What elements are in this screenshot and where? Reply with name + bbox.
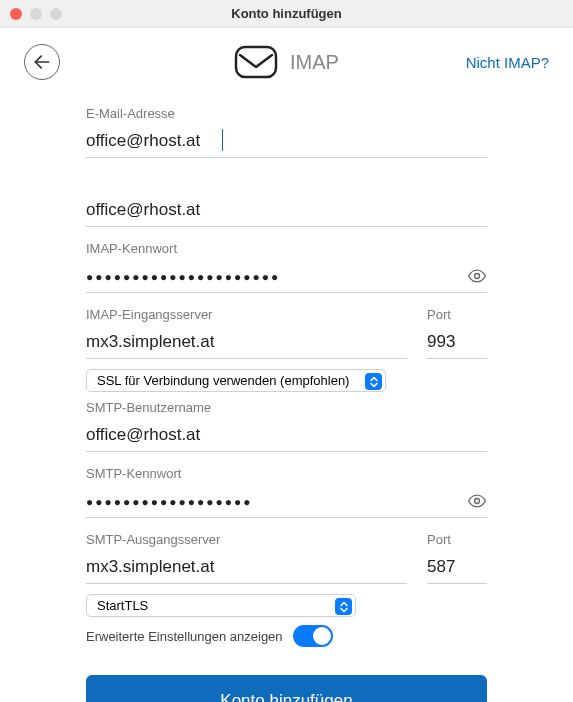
imap-password-input[interactable]: ●●●●●●●●●●●●●●●●●●●●●	[86, 260, 487, 293]
select-caret	[335, 598, 352, 615]
smtp-server-row: SMTP-Ausgangsserver Port	[86, 532, 487, 584]
imap-port-input[interactable]	[427, 326, 487, 359]
traffic-lights	[0, 8, 62, 20]
svg-rect-1	[236, 47, 276, 77]
add-account-button[interactable]: Konto hinzufügen	[86, 675, 487, 702]
imap-ssl-selected: SSL für Verbindung verwenden (empfohlen)	[97, 373, 349, 388]
imap-server-input[interactable]	[86, 326, 407, 359]
close-window-button[interactable]	[10, 8, 22, 20]
chevron-up-down-icon	[369, 376, 379, 388]
smtp-server-label: SMTP-Ausgangsserver	[86, 532, 407, 547]
smtp-password-label: SMTP-Kennwort	[86, 466, 487, 481]
svg-point-3	[475, 499, 480, 504]
show-imap-password-button[interactable]	[467, 266, 487, 290]
smtp-tls-select-row: StartTLS	[86, 594, 487, 617]
form: E-Mail-Adresse office@rhost.at IMAP-Kenn…	[0, 106, 573, 702]
advanced-toggle[interactable]	[293, 625, 333, 647]
email-label: E-Mail-Adresse	[86, 106, 487, 121]
protocol-label: IMAP	[290, 51, 339, 74]
mail-icon	[234, 45, 278, 79]
zoom-window-button[interactable]	[50, 8, 62, 20]
toggle-knob	[313, 627, 331, 645]
smtp-user-input[interactable]	[86, 419, 487, 452]
smtp-port-input[interactable]	[427, 551, 487, 584]
username-input[interactable]: office@rhost.at	[86, 194, 487, 227]
imap-ssl-select[interactable]: SSL für Verbindung verwenden (empfohlen)	[86, 369, 386, 392]
window-title: Konto hinzufügen	[0, 6, 573, 21]
imap-server-row: IMAP-Eingangsserver Port	[86, 307, 487, 359]
email-field-group: E-Mail-Adresse	[86, 106, 487, 158]
header-row: IMAP Nicht IMAP?	[0, 28, 573, 92]
imap-server-label: IMAP-Eingangsserver	[86, 307, 407, 322]
titlebar: Konto hinzufügen	[0, 0, 573, 28]
imap-password-group: IMAP-Kennwort ●●●●●●●●●●●●●●●●●●●●●	[86, 241, 487, 293]
smtp-user-label: SMTP-Benutzername	[86, 400, 487, 415]
select-caret	[365, 373, 382, 390]
smtp-server-input[interactable]	[86, 551, 407, 584]
back-button[interactable]	[24, 44, 60, 80]
imap-ssl-select-row: SSL für Verbindung verwenden (empfohlen)	[86, 369, 487, 392]
smtp-port-label: Port	[427, 532, 487, 547]
smtp-tls-select[interactable]: StartTLS	[86, 594, 356, 617]
email-input[interactable]	[86, 125, 487, 158]
smtp-password-group: SMTP-Kennwort ●●●●●●●●●●●●●●●●●●	[86, 466, 487, 518]
text-cursor	[222, 129, 223, 151]
imap-port-label: Port	[427, 307, 487, 322]
username-field-group: office@rhost.at	[86, 194, 487, 227]
eye-icon	[467, 491, 487, 511]
arrow-left-icon	[32, 52, 52, 72]
smtp-tls-selected: StartTLS	[97, 598, 148, 613]
advanced-label: Erweiterte Einstellungen anzeigen	[86, 629, 283, 644]
show-smtp-password-button[interactable]	[467, 491, 487, 515]
svg-point-2	[475, 274, 480, 279]
eye-icon	[467, 266, 487, 286]
advanced-toggle-row: Erweiterte Einstellungen anzeigen	[86, 625, 487, 647]
imap-password-label: IMAP-Kennwort	[86, 241, 487, 256]
not-imap-link[interactable]: Nicht IMAP?	[466, 54, 549, 71]
minimize-window-button[interactable]	[30, 8, 42, 20]
smtp-password-input[interactable]: ●●●●●●●●●●●●●●●●●●	[86, 485, 487, 518]
smtp-user-group: SMTP-Benutzername	[86, 400, 487, 452]
chevron-up-down-icon	[339, 601, 349, 613]
